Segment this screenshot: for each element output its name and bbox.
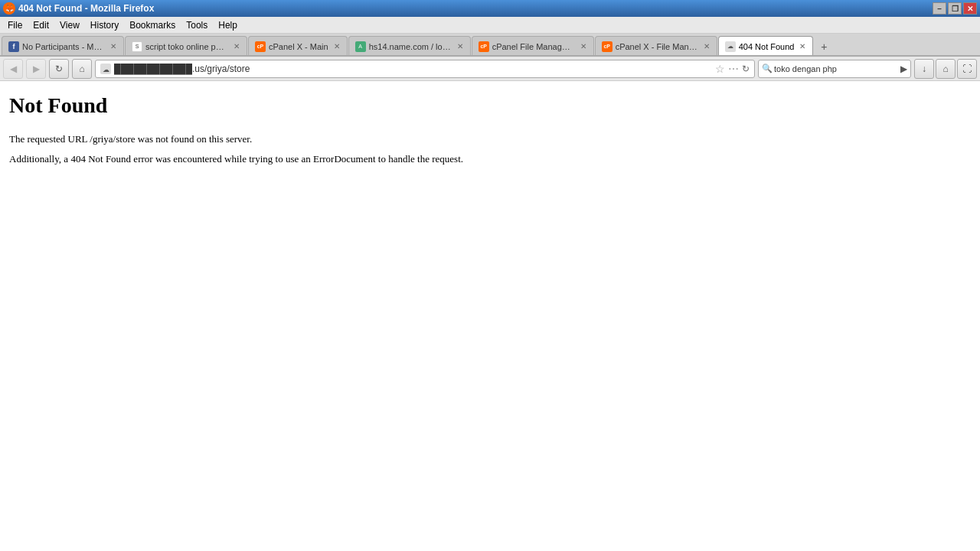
error-line2: Additionally, a 404 Not Found error was … <box>9 153 971 165</box>
tab-close-button[interactable]: ✕ <box>332 41 342 52</box>
minimize-button[interactable]: – <box>933 2 946 15</box>
tab-label: 404 Not Found <box>739 42 795 51</box>
favicon-cpanel3: cP <box>602 41 612 52</box>
close-button[interactable]: ✕ <box>963 2 977 15</box>
home-nav-button[interactable]: ⌂ <box>936 59 956 79</box>
tab-script-toko[interactable]: S script toko online php silahka... ✕ <box>125 36 247 56</box>
tab-cpanel-main[interactable]: cP cPanel X - Main ✕ <box>248 36 348 56</box>
search-bar[interactable]: 🔍 toko dengan php ▶ <box>758 60 911 78</box>
tab-label: cPanel File Manager v3 <box>492 42 575 51</box>
menu-view[interactable]: View <box>55 18 84 32</box>
svg-text:☁: ☁ <box>103 66 109 73</box>
menu-tools[interactable]: Tools <box>181 18 212 32</box>
error-line1: The requested URL /griya/store was not f… <box>9 133 971 145</box>
bookmark-star2-icon[interactable]: ⋯ <box>728 63 739 75</box>
tab-label: No Participants - Messages <box>22 42 105 51</box>
firefox-icon: 🦊 <box>3 2 15 15</box>
tab-no-participants[interactable]: f No Participants - Messages ✕ <box>2 36 124 56</box>
url-bar[interactable]: ☁ ████████████.us/griya/store ☆ ⋯ ↻ <box>95 60 755 78</box>
bookmark-star-icon[interactable]: ☆ <box>715 63 725 75</box>
restore-button[interactable]: ❐ <box>948 2 962 15</box>
tab-hs14[interactable]: A hs14.name.com / localhost / ... ✕ <box>348 36 471 56</box>
tab-label: hs14.name.com / localhost / ... <box>369 42 452 51</box>
nav-bar: ◀ ▶ ↻ ⌂ ☁ ████████████.us/griya/store ☆ … <box>0 57 980 81</box>
favicon-404: ☁ <box>725 41 736 52</box>
tab-label: script toko online php silahka... <box>145 42 228 51</box>
menu-bookmarks[interactable]: Bookmarks <box>125 18 180 32</box>
url-favicon: ☁ <box>100 64 111 74</box>
tab-close-button[interactable]: ✕ <box>231 41 242 52</box>
url-reload-icon[interactable]: ↻ <box>742 64 750 74</box>
favicon-script: S <box>132 41 142 52</box>
title-bar: 🦊 404 Not Found - Mozilla Firefox – ❐ ✕ <box>0 0 980 17</box>
tab-404[interactable]: ☁ 404 Not Found ✕ <box>718 36 814 56</box>
fullscreen-button[interactable]: ⛶ <box>957 59 977 79</box>
tab-close-button[interactable]: ✕ <box>455 41 466 52</box>
tab-close-button[interactable]: ✕ <box>108 41 119 52</box>
home-button[interactable]: ⌂ <box>72 59 92 79</box>
tab-close-button[interactable]: ✕ <box>701 41 712 52</box>
nav-extra-buttons: ↓ ⌂ ⛶ <box>914 59 977 79</box>
forward-button[interactable]: ▶ <box>26 59 46 79</box>
tab-close-button[interactable]: ✕ <box>578 41 589 52</box>
window-controls: – ❐ ✕ <box>933 2 977 15</box>
window-title: 404 Not Found - Mozilla Firefox <box>18 3 154 14</box>
favicon-pma: A <box>355 41 366 52</box>
search-submit-icon[interactable]: ▶ <box>900 64 907 74</box>
new-tab-button[interactable]: + <box>815 38 832 55</box>
tab-cpanel-filemanager[interactable]: cP cPanel X - File Manager ✕ <box>595 36 717 56</box>
downloads-button[interactable]: ↓ <box>914 59 934 79</box>
tab-label: cPanel X - File Manager <box>616 42 698 51</box>
menu-history[interactable]: History <box>86 18 123 32</box>
menu-bar: File Edit View History Bookmarks Tools H… <box>0 17 980 34</box>
tab-cpanel-filemanager-v3[interactable]: cP cPanel File Manager v3 ✕ <box>472 36 594 56</box>
page-content: Not Found The requested URL /griya/store… <box>0 81 980 551</box>
url-text: ████████████.us/griya/store <box>114 64 712 74</box>
menu-help[interactable]: Help <box>214 18 242 32</box>
menu-file[interactable]: File <box>3 18 27 32</box>
tab-label: cPanel X - Main <box>269 42 328 51</box>
favicon-facebook: f <box>8 41 19 52</box>
menu-edit[interactable]: Edit <box>28 18 54 32</box>
back-button[interactable]: ◀ <box>3 59 23 79</box>
search-input-wrap: 🔍 toko dengan php <box>762 64 900 73</box>
favicon-cpanel2: cP <box>479 41 489 52</box>
page-heading: Not Found <box>9 93 971 118</box>
reload-button[interactable]: ↻ <box>49 59 69 79</box>
title-bar-left: 🦊 404 Not Found - Mozilla Firefox <box>3 2 154 15</box>
search-engine-icon[interactable]: 🔍 <box>762 64 773 73</box>
favicon-cpanel: cP <box>255 41 266 52</box>
search-text: toko dengan php <box>774 64 900 73</box>
tab-close-active-button[interactable]: ✕ <box>797 41 808 52</box>
tab-bar: f No Participants - Messages ✕ S script … <box>0 34 980 57</box>
